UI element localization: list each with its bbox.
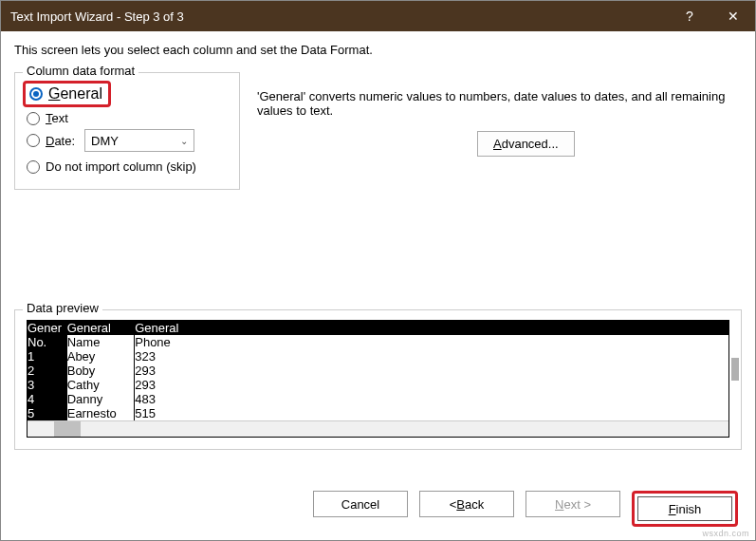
radio-date[interactable]	[27, 134, 40, 147]
col-header-3[interactable]: General	[135, 321, 728, 335]
col-header-2[interactable]: General	[67, 321, 136, 335]
date-format-value: DMY	[91, 134, 119, 148]
advanced-button[interactable]: Advanced...	[477, 131, 575, 157]
radio-general[interactable]	[29, 87, 43, 101]
table-row[interactable]: 2Boby293	[28, 364, 728, 378]
data-preview-group: Data preview Gener General General No.Na…	[14, 309, 742, 450]
vertical-scrollbar-thumb[interactable]	[731, 358, 739, 381]
window-title: Text Import Wizard - Step 3 of 3	[10, 9, 184, 24]
close-button[interactable]: ✕	[711, 1, 755, 31]
table-row[interactable]: 4Danny483	[28, 392, 728, 406]
titlebar-actions: ? ✕	[668, 1, 755, 31]
radio-text[interactable]	[27, 112, 40, 125]
help-button[interactable]: ?	[668, 1, 711, 31]
format-legend: Column data format	[23, 64, 138, 78]
preview-header-row: Gener General General	[28, 321, 728, 335]
cancel-button[interactable]: Cancel	[313, 491, 408, 517]
table-row[interactable]: 3Cathy293	[28, 378, 728, 392]
radio-general-label[interactable]: General	[48, 85, 102, 103]
finish-highlight: Finish	[632, 491, 738, 527]
next-button: Next >	[526, 491, 620, 517]
format-description-area: 'General' converts numeric values to num…	[257, 66, 742, 157]
watermark: wsxdn.com	[702, 529, 749, 538]
table-row[interactable]: 1Abey323	[28, 349, 728, 364]
general-highlight: General	[23, 81, 111, 107]
dialog-content: This screen lets you select each column …	[1, 31, 755, 461]
radio-skip[interactable]	[27, 160, 40, 174]
date-format-select[interactable]: DMY ⌄	[84, 129, 194, 152]
scrollbar-thumb[interactable]	[54, 421, 81, 437]
format-description: 'General' converts numeric values to num…	[257, 89, 742, 118]
button-bar: Cancel < Back Next > Finish	[313, 491, 738, 527]
preview-grid[interactable]: Gener General General No.NamePhone1Abey3…	[27, 320, 729, 438]
col-header-1[interactable]: Gener	[28, 321, 67, 335]
radio-text-label[interactable]: Text	[46, 111, 68, 125]
column-format-group: Column data format General Text Date: DM…	[14, 72, 240, 190]
table-row[interactable]: 5Earnesto515	[28, 406, 728, 420]
horizontal-scrollbar[interactable]	[28, 420, 728, 437]
table-row[interactable]: No.NamePhone	[28, 335, 728, 349]
titlebar: Text Import Wizard - Step 3 of 3 ? ✕	[1, 1, 755, 31]
back-button[interactable]: < Back	[419, 491, 514, 517]
radio-date-label[interactable]: Date:	[46, 134, 75, 148]
radio-skip-label[interactable]: Do not import column (skip)	[46, 159, 196, 174]
preview-legend: Data preview	[23, 301, 102, 315]
intro-text: This screen lets you select each column …	[14, 43, 742, 57]
chevron-down-icon: ⌄	[180, 136, 188, 146]
finish-button[interactable]: Finish	[637, 496, 732, 521]
